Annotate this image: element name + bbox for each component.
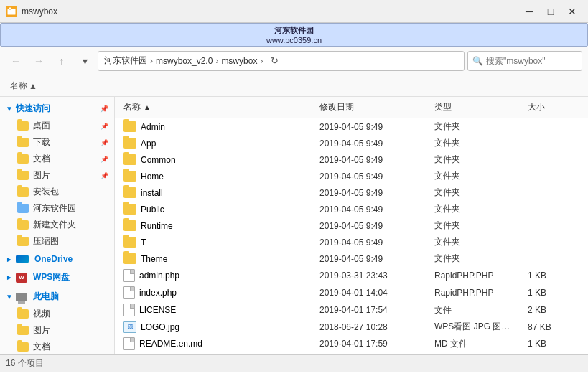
table-row[interactable]: install 2019-04-05 9:49 文件夹 <box>115 184 588 201</box>
minimize-button[interactable]: ─ <box>519 4 539 19</box>
sidebar-item-compressed[interactable]: 压缩图 <box>0 233 114 250</box>
recent-button[interactable]: ▾ <box>75 51 95 71</box>
compressed-label: 压缩图 <box>33 235 59 248</box>
sort-label: 名称 <box>10 80 27 92</box>
col-header-date[interactable]: 修改日期 <box>317 100 431 115</box>
table-row[interactable]: LICENSE 2019-04-01 17:54 文件 2 KB <box>115 301 588 319</box>
sidebar-item-documents[interactable]: 文档 📌 <box>0 151 114 167</box>
table-row[interactable]: Runtime 2019-04-05 9:49 文件夹 <box>115 217 588 234</box>
wps-icon: W <box>16 273 27 283</box>
this-pc-label: 此电脑 <box>33 291 59 303</box>
table-row[interactable]: Theme 2019-04-05 9:49 文件夹 <box>115 250 588 267</box>
search-input[interactable] <box>486 56 577 66</box>
table-row[interactable]: 🖼 LOGO.jpg 2018-06-27 10:28 WPS看图 JPG 图…… <box>115 319 588 335</box>
file-name-cell: Home <box>121 170 317 182</box>
onedrive-section: ► OneDrive <box>0 251 114 267</box>
close-button[interactable]: ✕ <box>562 4 582 19</box>
title-bar: mswybox ─ □ ✕ <box>0 0 588 23</box>
sidebar-item-pc-pictures[interactable]: 图片 <box>0 322 114 339</box>
onedrive-icon <box>16 255 29 263</box>
table-row[interactable]: T 2019-04-05 9:49 文件夹 <box>115 234 588 250</box>
onedrive-header[interactable]: ► OneDrive <box>0 251 114 267</box>
documents-folder-icon <box>17 154 29 164</box>
sidebar-item-pictures[interactable]: 图片 📌 <box>0 167 114 184</box>
sidebar-item-pc-documents[interactable]: 文档 <box>0 339 114 354</box>
sidebar-item-hedong[interactable]: 河东软件园 <box>0 200 114 217</box>
table-row[interactable]: Common 2019-04-05 9:49 文件夹 <box>115 151 588 168</box>
sidebar-item-new-folder[interactable]: 新建文件夹 <box>0 217 114 233</box>
svg-rect-1 <box>9 7 11 9</box>
file-size: 1 KB <box>525 338 582 349</box>
file-list-header: 名称 ▲ 修改日期 类型 大小 <box>115 97 588 118</box>
file-date: 2019-04-01 14:04 <box>317 287 431 298</box>
file-name: Runtime <box>141 221 173 231</box>
address-bar[interactable]: 河东软件园 › mswybox_v2.0 › mswybox › ↻ <box>98 51 465 71</box>
maximize-button[interactable]: □ <box>541 4 561 19</box>
file-name-cell: Public <box>121 203 317 215</box>
folder-icon <box>123 121 136 132</box>
file-size <box>525 192 582 194</box>
file-size <box>525 159 582 161</box>
file-list-container: 名称 ▲ 修改日期 类型 大小 Admin 2019-04-05 9:49 文件… <box>115 97 588 354</box>
sidebar-item-downloads[interactable]: 下载 📌 <box>0 134 114 151</box>
back-button[interactable]: ← <box>6 51 26 71</box>
breadcrumb-root[interactable]: 河东软件园 <box>104 55 147 67</box>
refresh-button[interactable]: ↻ <box>266 52 283 70</box>
item-count: 16 个项目 <box>6 357 44 370</box>
table-row[interactable]: README.md 2019-04-01 17:59 MD 文件 1 KB <box>115 352 588 354</box>
file-date: 2019-03-31 23:43 <box>317 270 431 281</box>
col-header-type[interactable]: 类型 <box>431 100 525 115</box>
file-type: 文件夹 <box>431 252 525 265</box>
table-row[interactable]: Home 2019-04-05 9:49 文件夹 <box>115 168 588 184</box>
breadcrumb-sep-3: › <box>260 56 263 66</box>
file-type: 文件夹 <box>431 136 525 150</box>
this-pc-header[interactable]: ▼ 此电脑 <box>0 288 114 306</box>
onedrive-chevron: ► <box>6 255 13 263</box>
file-name: T <box>141 237 146 248</box>
sidebar-item-desktop[interactable]: 桌面 📌 <box>0 118 114 134</box>
hedong-label: 河东软件园 <box>33 202 76 215</box>
file-name-cell: index.php <box>121 286 317 300</box>
sort-button[interactable]: 名称 ▲ <box>6 78 42 93</box>
desktop-pin-icon: 📌 <box>101 123 108 130</box>
window-title: mswybox <box>22 6 57 17</box>
file-name-cell: Admin <box>121 121 317 133</box>
file-size <box>525 225 582 227</box>
documents-pin-icon: 📌 <box>101 156 108 163</box>
pc-pictures-label: 图片 <box>33 324 50 337</box>
table-row[interactable]: Public 2019-04-05 9:49 文件夹 <box>115 201 588 217</box>
search-box[interactable]: 🔍 <box>467 51 582 71</box>
app-icon <box>6 6 17 17</box>
col-header-size[interactable]: 大小 <box>525 100 582 115</box>
file-name: LICENSE <box>139 305 176 315</box>
file-date: 2019-04-05 9:49 <box>317 237 431 248</box>
quick-access-chevron: ▼ <box>6 105 13 113</box>
pc-documents-label: 文档 <box>33 341 50 353</box>
forward-button[interactable]: → <box>29 51 49 71</box>
quick-access-header[interactable]: ▼ 快速访问 📌 <box>0 100 114 118</box>
table-row[interactable]: App 2019-04-05 9:49 文件夹 <box>115 135 588 151</box>
breadcrumb-v2[interactable]: mswybox_v2.0 <box>156 56 213 66</box>
table-row[interactable]: Admin 2019-04-05 9:49 文件夹 <box>115 118 588 135</box>
col-size-label: 大小 <box>528 101 545 113</box>
folder-icon <box>123 253 136 264</box>
pc-documents-icon <box>17 342 29 352</box>
file-type: 文件夹 <box>431 219 525 232</box>
downloads-label: 下载 <box>33 136 50 149</box>
file-name-cell: 🖼 LOGO.jpg <box>121 321 317 334</box>
file-name-cell: App <box>121 137 317 149</box>
table-row[interactable]: README.en.md 2019-04-01 17:59 MD 文件 1 KB <box>115 335 588 352</box>
table-row[interactable]: admin.php 2019-03-31 23:43 RapidPHP.PHP … <box>115 267 588 284</box>
up-button[interactable]: ↑ <box>52 51 72 71</box>
breadcrumb-current[interactable]: mswybox <box>221 56 257 66</box>
wps-header[interactable]: ► W WPS网盘 <box>0 268 114 286</box>
sidebar-item-videos[interactable]: 视频 <box>0 306 114 322</box>
col-header-name[interactable]: 名称 ▲ <box>121 100 317 115</box>
table-row[interactable]: index.php 2019-04-01 14:04 RapidPHP.PHP … <box>115 284 588 301</box>
hedong-folder-icon <box>17 204 29 213</box>
file-date: 2019-04-05 9:49 <box>317 204 431 215</box>
documents-label: 文档 <box>33 153 50 165</box>
sidebar-item-install-pkg[interactable]: 安装包 <box>0 184 114 200</box>
file-date: 2019-04-01 17:59 <box>317 338 431 349</box>
file-type: 文件夹 <box>431 169 525 183</box>
